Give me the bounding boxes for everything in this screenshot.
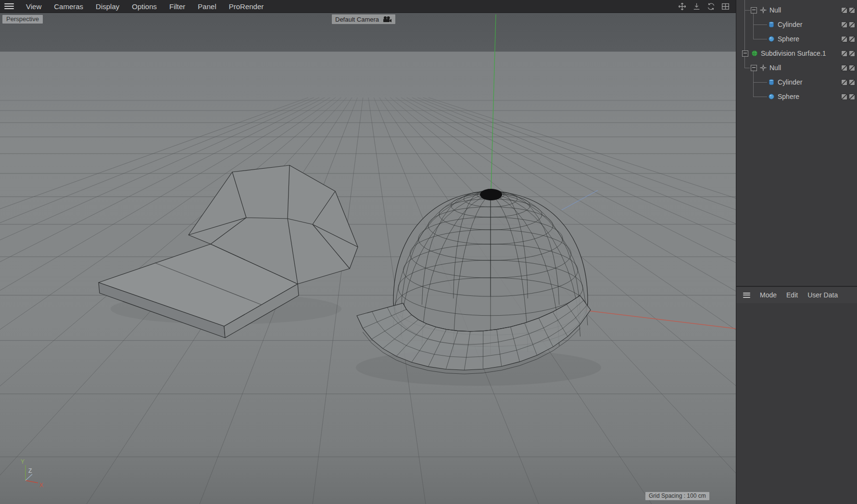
object-row-null[interactable]: Null xyxy=(736,3,857,17)
axis-x-label: X xyxy=(39,482,43,489)
camera-icon xyxy=(382,16,392,23)
object-row-cylinder[interactable]: Cylinder xyxy=(736,75,857,89)
object-label: Sphere xyxy=(778,93,799,100)
visibility-toggles[interactable] xyxy=(841,79,855,86)
grid-spacing-hud: Grid Spacing : 100 cm xyxy=(645,492,709,500)
collapse-toggle[interactable] xyxy=(742,50,748,57)
visibility-toggles[interactable] xyxy=(841,36,855,42)
sphere-icon xyxy=(768,36,775,42)
object-label: Sphere xyxy=(778,35,799,43)
null-object-icon xyxy=(760,64,767,71)
camera-label-text: Default Camera xyxy=(335,16,379,23)
attribute-manager-body xyxy=(736,303,857,504)
menu-view[interactable]: View xyxy=(20,0,48,12)
object-row-subdivision-surface[interactable]: Subdivision Surface.1 xyxy=(736,46,857,61)
rotate-view-icon[interactable] xyxy=(706,2,716,11)
camera-label[interactable]: Default Camera xyxy=(332,14,395,24)
viewport[interactable]: Y Z X Perspective Default Camera Grid Sp… xyxy=(0,13,736,504)
menu-edit[interactable]: Edit xyxy=(781,289,803,301)
object-label: Cylinder xyxy=(778,21,802,28)
cylinder-icon xyxy=(768,79,775,86)
layout-toggle-icon[interactable] xyxy=(721,2,730,11)
cylinder-icon xyxy=(768,21,775,28)
menu-panel[interactable]: Panel xyxy=(191,0,222,12)
menu-display[interactable]: Display xyxy=(89,0,126,12)
menu-user-data[interactable]: User Data xyxy=(803,289,843,301)
viewport-column: View Cameras Display Options Filter Pane… xyxy=(0,0,736,504)
object-label: Cylinder xyxy=(778,78,802,86)
visibility-toggles[interactable] xyxy=(841,22,855,28)
menu-options[interactable]: Options xyxy=(126,0,163,12)
pan-view-icon[interactable] xyxy=(678,2,687,11)
object-label: Null xyxy=(769,64,781,72)
axis-z-label: Z xyxy=(28,467,32,474)
attribute-menu-icon[interactable] xyxy=(743,293,750,298)
menu-cameras[interactable]: Cameras xyxy=(48,0,89,12)
floor-grid xyxy=(0,98,736,504)
visibility-toggles[interactable] xyxy=(841,65,855,71)
z-axis-handle[interactable] xyxy=(562,190,598,210)
sphere-icon xyxy=(768,93,775,100)
object-row-sphere[interactable]: Sphere xyxy=(736,89,857,104)
axis-y-label: Y xyxy=(21,458,25,465)
horizon-fade xyxy=(0,52,736,129)
object-label: Null xyxy=(769,6,781,14)
null-object-icon xyxy=(760,7,767,13)
x-axis-handle[interactable] xyxy=(577,309,736,329)
collapse-toggle[interactable] xyxy=(751,7,757,13)
right-panel: Null Cylinder Sphere xyxy=(736,0,857,504)
axis-gizmo: Y Z X xyxy=(21,458,43,489)
visibility-toggles[interactable] xyxy=(841,94,855,100)
subdivision-surface-icon xyxy=(751,50,758,57)
menu-mode[interactable]: Mode xyxy=(755,289,781,301)
visibility-toggles[interactable] xyxy=(841,50,855,57)
view-navigation-tools xyxy=(678,2,730,11)
menu-prorender[interactable]: ProRender xyxy=(223,0,270,12)
hamburger-menu-icon[interactable] xyxy=(4,3,14,9)
collapse-toggle[interactable] xyxy=(751,65,757,71)
object-manager: Null Cylinder Sphere xyxy=(736,0,857,286)
viewport-scene: Y Z X xyxy=(0,13,736,504)
object-label: Subdivision Surface.1 xyxy=(761,49,826,57)
object-row-null[interactable]: Null xyxy=(736,61,857,75)
application-window: View Cameras Display Options Filter Pane… xyxy=(0,0,857,504)
dolly-view-icon[interactable] xyxy=(692,2,701,11)
attribute-manager-menu: Mode Edit User Data xyxy=(736,286,857,303)
menu-filter[interactable]: Filter xyxy=(163,0,191,12)
visibility-toggles[interactable] xyxy=(841,7,855,13)
cap-top-button[interactable] xyxy=(480,189,502,200)
object-row-cylinder[interactable]: Cylinder xyxy=(736,17,857,32)
view-label[interactable]: Perspective xyxy=(2,15,43,24)
viewport-menu-bar: View Cameras Display Options Filter Pane… xyxy=(0,0,736,13)
object-row-sphere[interactable]: Sphere xyxy=(736,32,857,46)
